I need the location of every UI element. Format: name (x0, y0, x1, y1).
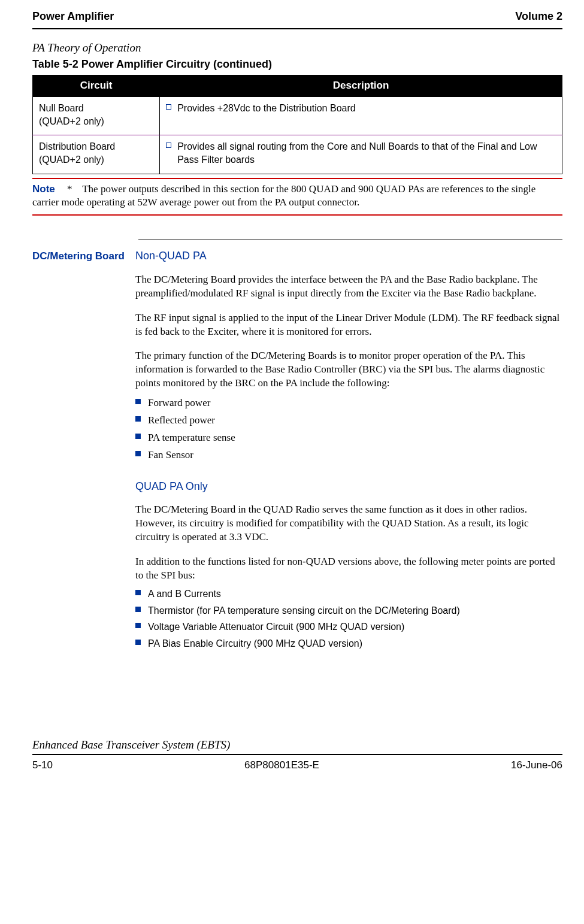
square-bullet-icon (135, 399, 141, 404)
dc-metering-section: DC/Metering Board Non-QUAD PA The DC/Met… (32, 249, 562, 653)
page-footer: Enhanced Base Transceiver System (EBTS) … (32, 737, 562, 772)
list-item-label: Reflected power (148, 414, 215, 428)
page-header: Power Amplifier Volume 2 (32, 9, 562, 29)
list-item: Thermistor (for PA temperature sensing c… (135, 604, 562, 617)
side-heading: DC/Metering Board (32, 249, 127, 653)
list-item: Fan Sensor (135, 449, 562, 462)
note-marker: * (67, 183, 72, 195)
list-item-label: PA temperature sense (148, 431, 235, 445)
square-bullet-icon (135, 607, 141, 612)
table-row: Distribution Board (QUAD+2 only) Provide… (33, 135, 562, 174)
table-caption: Table 5-2 Power Amplifier Circuitry (con… (32, 57, 562, 71)
header-right: Volume 2 (515, 9, 562, 23)
subheading-nonquad: Non-QUAD PA (135, 249, 562, 263)
footer-title: Enhanced Base Transceiver System (EBTS) (32, 737, 562, 753)
header-left: Power Amplifier (32, 9, 114, 23)
circuit-description: Provides +28Vdc to the Distribution Boar… (177, 102, 356, 115)
list-item: PA Bias Enable Circuitry (900 MHz QUAD v… (135, 637, 562, 650)
section-title: PA Theory of Operation (32, 40, 562, 56)
footer-left: 5-10 (32, 759, 53, 772)
square-bullet-icon (135, 623, 141, 628)
list-item-label: Fan Sensor (148, 449, 193, 462)
square-bullet-icon (135, 416, 141, 422)
circuit-note: (QUAD+2 only) (39, 115, 153, 128)
square-bullet-icon (166, 104, 171, 110)
paragraph: In addition to the functions listed for … (135, 555, 562, 583)
list-item: A and B Currents (135, 587, 562, 601)
list-item-label: A and B Currents (148, 587, 221, 601)
footer-center: 68P80801E35-E (244, 759, 319, 772)
circuitry-table: Circuit Description Null Board (QUAD+2 o… (32, 75, 562, 174)
list-item: PA temperature sense (135, 431, 562, 445)
list-item-label: Forward power (148, 396, 210, 410)
paragraph: The primary function of the DC/Metering … (135, 349, 562, 390)
square-bullet-icon (135, 640, 141, 645)
list-item: Reflected power (135, 414, 562, 428)
subheading-quad: QUAD PA Only (135, 479, 562, 493)
list-item-label: Thermistor (for PA temperature sensing c… (148, 604, 460, 617)
list-item: Voltage Variable Attenuator Circuit (900… (135, 620, 562, 634)
list-item-label: PA Bias Enable Circuitry (900 MHz QUAD v… (148, 637, 362, 650)
circuit-name: Distribution Board (39, 140, 153, 153)
paragraph: The DC/Metering Board provides the inter… (135, 273, 562, 301)
paragraph: The DC/Metering Board in the QUAD Radio … (135, 503, 562, 544)
footer-right: 16-June-06 (511, 759, 562, 772)
list-item-label: Voltage Variable Attenuator Circuit (900… (148, 620, 404, 634)
col-header-circuit: Circuit (33, 75, 160, 97)
circuit-description: Provides all signal routing from the Cor… (177, 140, 556, 166)
circuit-name: Null Board (39, 102, 153, 115)
square-bullet-icon (135, 451, 141, 456)
square-bullet-icon (135, 590, 141, 595)
col-header-description: Description (160, 75, 562, 97)
square-bullet-icon (166, 143, 171, 148)
list-item: Forward power (135, 396, 562, 410)
note-block: Note * The power outputs described in th… (32, 178, 562, 216)
section-divider (138, 240, 562, 240)
circuit-note: (QUAD+2 only) (39, 153, 153, 166)
note-text: The power outputs described in this sect… (32, 183, 535, 208)
paragraph: The RF input signal is applied to the in… (135, 311, 562, 339)
table-row: Null Board (QUAD+2 only) Provides +28Vdc… (33, 97, 562, 135)
note-label: Note (32, 183, 55, 195)
square-bullet-icon (135, 434, 141, 439)
